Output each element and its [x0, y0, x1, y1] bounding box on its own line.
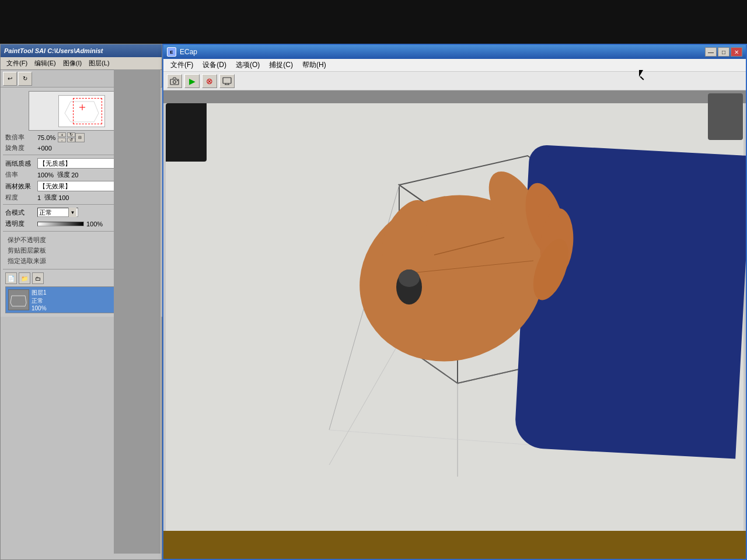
sai-canvas-separator: [114, 69, 160, 554]
camera-mount: [708, 93, 743, 140]
sai-opacity-label: 透明度: [5, 219, 37, 228]
sai-new-folder-icon[interactable]: 📁: [19, 272, 30, 284]
ecap-menubar: 文件(F) 设备(D) 选项(O) 捕捉(C) 帮助(H): [163, 59, 746, 72]
sai-scale-value: 75.0%: [37, 134, 55, 141]
ecap-camera-button[interactable]: [167, 74, 182, 88]
svg-line-1: [65, 102, 71, 113]
sai-opacity-slider[interactable]: [37, 222, 84, 226]
ecap-play-button[interactable]: ▶: [184, 74, 200, 88]
drawing-paper: [166, 103, 743, 531]
svg-point-42: [399, 270, 420, 287]
ecap-menu-help[interactable]: 帮助(H): [298, 59, 331, 71]
sai-rate-value: 100%: [37, 172, 54, 178]
ecap-maximize-button[interactable]: □: [718, 47, 729, 57]
video-background: [163, 90, 746, 559]
binder-clip-left: [166, 103, 207, 162]
sai-strength-label: 强度: [57, 170, 70, 179]
sai-depth-label: 程度: [5, 193, 37, 202]
sai-flip[interactable]: ⊟: [75, 133, 85, 142]
sai-opacity-value: 100%: [86, 220, 103, 228]
sai-thumb-inner: [58, 95, 105, 127]
sai-rotate-ccw[interactable]: ↺: [67, 138, 75, 142]
sai-titlebar: PaintTool SAI C:\Users\Administ: [1, 44, 162, 57]
svg-line-3: [65, 113, 71, 122]
sai-menubar[interactable]: 文件(F) 编辑(E) 图像(I) 图层(L): [1, 57, 162, 70]
ecap-menu-capture[interactable]: 捕捉(C): [264, 59, 298, 71]
ecap-video-area: [163, 90, 746, 559]
ecap-menu-device[interactable]: 设备(D): [198, 59, 231, 71]
sai-blend-arrow[interactable]: ▼: [68, 208, 76, 217]
sai-folder-icon[interactable]: 🗀: [32, 272, 44, 284]
ecap-window: E ECap — □ ✕ 文件(F) 设备(D) 选项(O) 捕捉(C) 帮助(…: [162, 44, 747, 560]
sai-blend-label: 合模式: [5, 208, 37, 217]
sai-strength-value: 20: [71, 172, 78, 178]
sai-material-label: 画材效果: [5, 182, 37, 191]
sai-scale-label: 数倍率: [5, 133, 37, 142]
ecap-screen-button[interactable]: [219, 74, 235, 88]
sai-depth-value: 1: [37, 194, 41, 201]
ecap-titlebar: E ECap — □ ✕: [163, 45, 746, 59]
ecap-minimize-button[interactable]: —: [705, 47, 717, 57]
ecap-app-icon: E: [167, 47, 176, 57]
svg-rect-17: [177, 80, 178, 81]
hand: [329, 162, 574, 383]
sai-blend-dropdown[interactable]: 正常 ▼: [37, 208, 78, 217]
ecap-close-button[interactable]: ✕: [731, 47, 742, 57]
sai-paper-label: 画纸质感: [5, 159, 37, 168]
sai-tool-btn-1[interactable]: ↩: [3, 72, 17, 86]
sai-angle-label: 旋角度: [5, 144, 37, 152]
ecap-menu-options[interactable]: 选项(O): [231, 59, 264, 71]
sai-rotate-cw[interactable]: ↻: [67, 132, 75, 137]
sai-menu-file[interactable]: 文件(F): [3, 58, 31, 69]
ecap-title-text: ECap: [180, 48, 197, 56]
sai-scale-inc[interactable]: +: [58, 132, 66, 137]
ecap-toolbar: ▶ ⊗: [163, 72, 746, 90]
sai-new-layer-icon[interactable]: 📄: [5, 272, 17, 284]
svg-rect-15: [170, 79, 179, 85]
sai-menu-image[interactable]: 图像(I): [60, 58, 85, 69]
ecap-menu-file[interactable]: 文件(F): [166, 59, 198, 71]
sai-thumb-selection: [73, 98, 102, 124]
sai-mat-strength-label: 强度: [44, 193, 57, 202]
sai-layer-thumbnail: [8, 289, 29, 310]
drawing-eraser: [393, 267, 425, 307]
sai-scale-dec[interactable]: -: [58, 138, 66, 142]
sai-menu-edit[interactable]: 编辑(E): [31, 58, 60, 69]
ecap-stop-button[interactable]: ⊗: [202, 74, 217, 88]
video-top-bar: [163, 90, 746, 103]
svg-point-16: [173, 80, 176, 83]
black-top-bar: [0, 0, 747, 44]
sai-mat-strength-value: 100: [58, 194, 69, 201]
sai-menu-layer[interactable]: 图层(L): [85, 58, 113, 69]
wood-surface: [163, 531, 746, 559]
ecap-title-left: E ECap: [167, 47, 197, 57]
sai-rate-label: 倍率: [5, 170, 37, 179]
sai-logo: PaintTool SAI C:\Users\Administ: [4, 47, 103, 54]
svg-rect-18: [223, 78, 231, 83]
ecap-title-buttons: — □ ✕: [705, 47, 742, 57]
sai-angle-value: +000: [37, 145, 52, 152]
sai-tool-btn-2[interactable]: ↻: [18, 72, 32, 86]
